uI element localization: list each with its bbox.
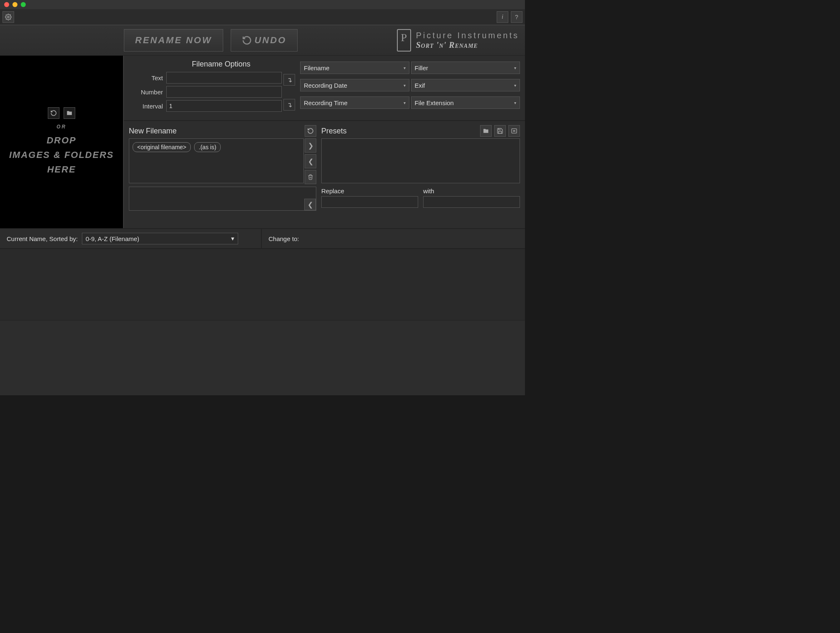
folder-icon — [66, 110, 73, 116]
selector-filename[interactable]: Filename ▾ — [300, 62, 409, 74]
svg-point-0 — [7, 16, 9, 18]
drop-text-1: DROP — [47, 133, 76, 148]
brand-name: Picture Instruments — [416, 31, 519, 40]
chevron-left-icon: ❮ — [308, 201, 313, 209]
chevron-left-icon: ❮ — [308, 158, 313, 165]
new-filename-title: New Filename — [129, 127, 305, 135]
bottom-panel — [0, 320, 525, 395]
change-to-label: Change to: — [269, 235, 299, 242]
number-input[interactable] — [166, 86, 282, 98]
undo-button[interactable]: UNDO — [231, 29, 298, 52]
selector-recording-date[interactable]: Recording Date ▾ — [300, 79, 409, 91]
insert-text-button[interactable]: ↴ — [283, 74, 295, 86]
preset-save-button[interactable] — [494, 125, 506, 137]
help-button[interactable]: ? — [511, 11, 522, 23]
options-panel: Filename Options Text Number Interval — [124, 56, 525, 228]
chevron-down-icon: ▾ — [231, 235, 234, 242]
close-window-button[interactable] — [4, 2, 9, 7]
replace-input[interactable] — [321, 196, 418, 208]
number-label: Number — [127, 89, 163, 96]
logo-icon: P — [397, 29, 411, 52]
selector-label: File Extension — [415, 99, 454, 106]
main-area: OR DROP IMAGES & FOLDERS HERE Filename O… — [0, 56, 525, 228]
refresh-icon — [50, 110, 57, 116]
drop-refresh-button[interactable] — [48, 107, 59, 119]
chevron-right-icon: ❯ — [308, 142, 313, 150]
interval-input[interactable] — [166, 100, 282, 112]
delete-preset-icon — [511, 128, 517, 134]
undo-label: UNDO — [254, 35, 286, 46]
token-prev-button[interactable]: ❮ — [305, 154, 316, 168]
top-toolbar: i ? — [0, 9, 525, 25]
selector-file-extension[interactable]: File Extension ▾ — [411, 96, 520, 109]
settings-button[interactable] — [2, 11, 14, 23]
minimize-window-button[interactable] — [12, 2, 17, 7]
info-button[interactable]: i — [497, 11, 508, 23]
product-name: Sort 'n' Rename — [416, 40, 519, 50]
presets-list[interactable] — [321, 138, 520, 183]
trash-icon — [308, 174, 313, 180]
maximize-window-button[interactable] — [21, 2, 26, 7]
chevron-down-icon: ▾ — [404, 66, 406, 70]
filename-options-title: Filename Options — [160, 60, 282, 69]
selector-label: Recording Time — [304, 99, 347, 106]
drop-text-2: IMAGES & FOLDERS — [9, 148, 114, 162]
drop-text-3: HERE — [47, 162, 76, 177]
text-label: Text — [127, 74, 163, 81]
chevron-down-icon: ▾ — [514, 101, 516, 105]
reset-filename-button[interactable] — [305, 125, 316, 137]
filename-preview: ❮ — [129, 187, 316, 211]
selector-filler[interactable]: Filler ▾ — [411, 62, 520, 74]
selector-label: Exif — [415, 82, 425, 89]
chevron-down-icon: ▾ — [514, 83, 516, 88]
sort-by-label: Current Name, Sorted by: — [7, 235, 78, 242]
text-input[interactable] — [166, 72, 282, 84]
save-icon — [497, 128, 503, 134]
selector-exif[interactable]: Exif ▾ — [411, 79, 520, 91]
selector-label: Filename — [304, 64, 330, 71]
sort-by-value: 0-9, A-Z (Filename) — [86, 235, 139, 242]
presets-title: Presets — [321, 127, 480, 135]
token-next-button[interactable]: ❯ — [305, 138, 316, 153]
preset-delete-button[interactable] — [508, 125, 520, 137]
with-label: with — [423, 187, 520, 195]
titlebar — [0, 0, 525, 9]
insert-number-button[interactable]: ↴ — [283, 99, 295, 111]
selector-label: Recording Date — [304, 82, 347, 89]
drop-zone[interactable]: OR DROP IMAGES & FOLDERS HERE — [0, 56, 124, 228]
help-icon: ? — [515, 14, 518, 20]
chevron-down-icon: ▾ — [404, 101, 406, 105]
token-delete-button[interactable] — [305, 170, 316, 184]
selector-recording-time[interactable]: Recording Time ▾ — [300, 96, 409, 109]
token-as-is[interactable]: .(as is) — [194, 142, 221, 152]
insert-arrow-icon: ↴ — [287, 101, 292, 109]
rename-now-button[interactable]: RENAME NOW — [124, 29, 223, 52]
new-filename-section: New Filename <original filename> .(as is… — [124, 121, 525, 216]
app-window: i ? RENAME NOW UNDO P Picture Instrument… — [0, 0, 525, 395]
file-list[interactable] — [0, 249, 525, 320]
preset-open-button[interactable] — [480, 125, 492, 137]
folder-icon — [483, 128, 489, 134]
info-icon: i — [502, 14, 503, 20]
with-input[interactable] — [423, 196, 520, 208]
sort-bar: Current Name, Sorted by: 0-9, A-Z (Filen… — [0, 228, 525, 249]
filename-options-section: Filename Options Text Number Interval — [124, 56, 525, 121]
selector-label: Filler — [415, 64, 429, 71]
gear-icon — [5, 14, 12, 20]
brand-logo: P Picture Instruments Sort 'n' Rename — [397, 29, 519, 52]
header-bar: RENAME NOW UNDO P Picture Instruments So… — [0, 25, 525, 56]
chevron-down-icon: ▾ — [514, 66, 516, 70]
undo-icon — [242, 35, 252, 45]
token-original-filename[interactable]: <original filename> — [133, 142, 191, 152]
sort-by-select[interactable]: 0-9, A-Z (Filename) ▾ — [82, 233, 238, 244]
replace-label: Replace — [321, 187, 418, 195]
insert-arrow-icon: ↴ — [287, 76, 292, 84]
interval-label: Interval — [127, 103, 163, 110]
drop-or-label: OR — [57, 124, 67, 130]
token-box[interactable]: <original filename> .(as is) — [129, 138, 304, 183]
preview-collapse-button[interactable]: ❮ — [304, 199, 316, 210]
drop-browse-button[interactable] — [64, 107, 75, 119]
chevron-down-icon: ▾ — [404, 83, 406, 88]
refresh-icon — [307, 128, 314, 134]
